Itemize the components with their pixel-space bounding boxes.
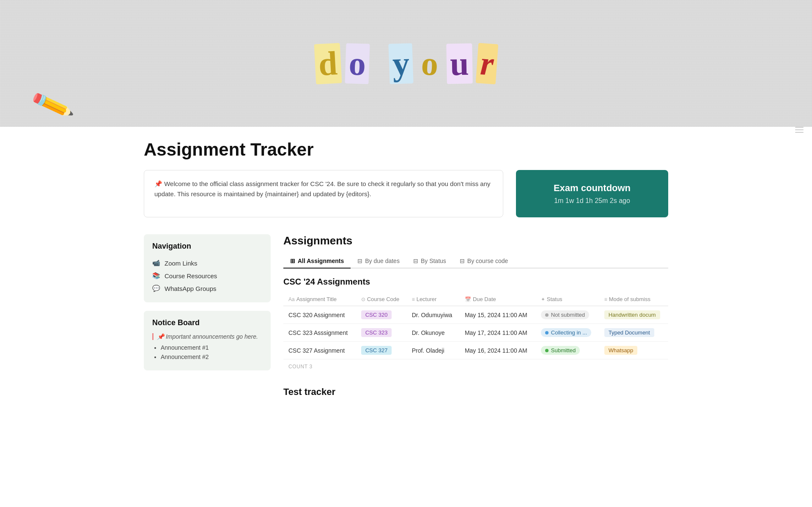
scrollbar[interactable] bbox=[795, 127, 804, 133]
count-row: COUNT 3 bbox=[283, 359, 668, 374]
star-icon: ✦ bbox=[541, 296, 545, 302]
mode-icon: ≡ bbox=[604, 296, 607, 302]
welcome-box: 📌 Welcome to the official class assignme… bbox=[144, 170, 503, 217]
cell-due-date: May 16, 2024 11:00 AM bbox=[460, 342, 536, 359]
top-section: 📌 Welcome to the official class assignme… bbox=[144, 170, 668, 217]
cell-mode: Typed Document bbox=[599, 324, 668, 342]
cell-status: Not submitted bbox=[536, 306, 599, 324]
list-icon: ≡ bbox=[412, 296, 415, 302]
cell-title: CSC 327 Assignment bbox=[283, 342, 356, 359]
announcement-list: Announcement #1 Announcement #2 bbox=[152, 344, 262, 360]
banner-title: d o y o u r bbox=[315, 44, 497, 84]
csc-subsection-title: CSC '24 Assignments bbox=[283, 277, 668, 287]
scrollbar-line bbox=[795, 127, 804, 128]
resources-label: Course Resources bbox=[165, 272, 217, 280]
tab-by-due-dates[interactable]: ⊟ By due dates bbox=[351, 254, 406, 269]
tab-all-assignments[interactable]: ⊞ All Assignments bbox=[283, 254, 351, 269]
test-tracker-title: Test tracker bbox=[283, 386, 668, 397]
aa-icon: Aa bbox=[288, 296, 295, 302]
sidebar-item-resources[interactable]: 📚 Course Resources bbox=[152, 269, 262, 282]
navigation-section: Navigation 📹 Zoom Links 📚 Course Resourc… bbox=[144, 234, 271, 302]
resources-icon: 📚 bbox=[152, 272, 160, 280]
mode-badge: Typed Document bbox=[604, 328, 654, 337]
whatsapp-label: WhatsApp Groups bbox=[165, 285, 217, 292]
cell-mode: Handwritten docum bbox=[599, 306, 668, 324]
col-due-date: 📅Due Date bbox=[460, 293, 536, 306]
status-badge: Collecting in ... bbox=[541, 328, 591, 337]
cell-course-code: CSC 320 bbox=[356, 306, 407, 324]
table-row[interactable]: CSC 320 Assignment CSC 320 Dr. Odumuyiwa… bbox=[283, 306, 668, 324]
banner-letter-o: o bbox=[345, 43, 370, 84]
clock-icon: ⊙ bbox=[361, 296, 365, 302]
exam-countdown-time: 1m 1w 1d 1h 25m 2s ago bbox=[554, 197, 630, 205]
status-badge: Submitted bbox=[541, 346, 580, 355]
banner-letter-o2: o bbox=[417, 43, 442, 84]
page-content: Assignment Tracker 📌 Welcome to the offi… bbox=[110, 127, 702, 410]
zoom-label: Zoom Links bbox=[165, 260, 198, 267]
exam-countdown-title: Exam countdown bbox=[554, 183, 631, 194]
status-dot bbox=[545, 349, 549, 352]
calendar-icon: ⊟ bbox=[357, 258, 362, 264]
cell-due-date: May 17, 2024 11:00 AM bbox=[460, 324, 536, 342]
banner-space bbox=[374, 40, 384, 79]
list-item: Announcement #1 bbox=[161, 344, 262, 351]
cell-status: Submitted bbox=[536, 342, 599, 359]
page-title: Assignment Tracker bbox=[144, 140, 668, 160]
calendar-col-icon: 📅 bbox=[465, 296, 471, 302]
scrollbar-line bbox=[795, 129, 804, 130]
sidebar: Navigation 📹 Zoom Links 📚 Course Resourc… bbox=[144, 234, 271, 397]
cell-status: Collecting in ... bbox=[536, 324, 599, 342]
zoom-icon: 📹 bbox=[152, 259, 160, 267]
mode-badge: Handwritten docum bbox=[604, 310, 660, 319]
navigation-title: Navigation bbox=[152, 242, 262, 251]
cell-due-date: May 15, 2024 11:00 AM bbox=[460, 306, 536, 324]
cell-title: CSC 323 Asssignment bbox=[283, 324, 356, 342]
tab-by-course-code[interactable]: ⊟ By course code bbox=[453, 254, 515, 269]
assignments-tabs: ⊞ All Assignments ⊟ By due dates ⊟ By St… bbox=[283, 254, 668, 269]
col-lecturer: ≡Lecturer bbox=[407, 293, 460, 306]
notice-board-title: Notice Board bbox=[152, 318, 262, 327]
main-layout: Navigation 📹 Zoom Links 📚 Course Resourc… bbox=[144, 234, 668, 397]
scrollbar-line bbox=[795, 132, 804, 133]
notice-text: 📌 Important announcements go here. bbox=[152, 333, 262, 340]
table-header-row: AaAssignment Title ⊙Course Code ≡Lecture… bbox=[283, 293, 668, 306]
col-mode: ≡Mode of submiss bbox=[599, 293, 668, 306]
course-badge: CSC 320 bbox=[361, 310, 392, 319]
cell-lecturer: Prof. Oladeji bbox=[407, 342, 460, 359]
list-item: Announcement #2 bbox=[161, 354, 262, 360]
col-course-code: ⊙Course Code bbox=[356, 293, 407, 306]
mode-badge: Whatsapp bbox=[604, 346, 638, 355]
tab-by-status[interactable]: ⊟ By Status bbox=[406, 254, 453, 269]
assignments-title: Assignments bbox=[283, 234, 668, 247]
banner-letter-u: u bbox=[446, 43, 472, 84]
table-row[interactable]: CSC 323 Asssignment CSC 323 Dr. Okunoye … bbox=[283, 324, 668, 342]
status-badge: Not submitted bbox=[541, 310, 589, 319]
sidebar-item-zoom[interactable]: 📹 Zoom Links bbox=[152, 257, 262, 269]
col-status: ✦Status bbox=[536, 293, 599, 306]
cell-lecturer: Dr. Okunoye bbox=[407, 324, 460, 342]
cell-lecturer: Dr. Odumuyiwa bbox=[407, 306, 460, 324]
col-title: AaAssignment Title bbox=[283, 293, 356, 306]
code-icon: ⊟ bbox=[460, 258, 465, 264]
cell-course-code: CSC 327 bbox=[356, 342, 407, 359]
pin-emoji: 📌 bbox=[157, 333, 166, 340]
cell-title: CSC 320 Assignment bbox=[283, 306, 356, 324]
sidebar-item-whatsapp[interactable]: 💬 WhatsApp Groups bbox=[152, 282, 262, 295]
whatsapp-icon: 💬 bbox=[152, 285, 160, 292]
exam-countdown-box: Exam countdown 1m 1w 1d 1h 25m 2s ago bbox=[516, 170, 668, 217]
status-dot bbox=[545, 313, 549, 317]
banner-letter-r: r bbox=[476, 43, 499, 84]
welcome-text: Welcome to the official class assignment… bbox=[154, 180, 491, 197]
count-label: COUNT bbox=[288, 364, 307, 370]
assignments-section: Assignments ⊞ All Assignments ⊟ By due d… bbox=[283, 234, 668, 397]
banner-letter-d: d bbox=[314, 43, 341, 84]
table-row[interactable]: CSC 327 Assignment CSC 327 Prof. Oladeji… bbox=[283, 342, 668, 359]
banner-letter-y: y bbox=[388, 43, 413, 84]
assignments-table: AaAssignment Title ⊙Course Code ≡Lecture… bbox=[283, 293, 668, 359]
status-icon: ⊟ bbox=[413, 258, 418, 264]
banner: d o y o u r ✏️ bbox=[0, 0, 812, 127]
course-badge: CSC 327 bbox=[361, 346, 392, 355]
status-dot bbox=[545, 331, 549, 334]
course-badge: CSC 323 bbox=[361, 328, 392, 337]
welcome-emoji: 📌 bbox=[154, 180, 164, 187]
